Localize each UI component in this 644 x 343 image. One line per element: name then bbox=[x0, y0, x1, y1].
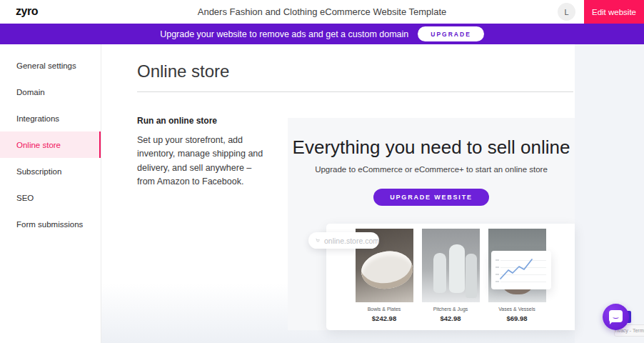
main-content: Online store Run an online store Set up … bbox=[101, 44, 575, 343]
upgrade-website-button[interactable]: UPGRADE WEBSITE bbox=[373, 189, 489, 206]
product-name: Vases & Vessels bbox=[488, 307, 546, 312]
site-template-title: Anders Fashion and Clothing eCommerce We… bbox=[0, 0, 644, 24]
upgrade-banner: Upgrade your website to remove ads and g… bbox=[0, 24, 644, 44]
sidebar-item-label: Domain bbox=[16, 88, 45, 96]
edit-website-button[interactable]: Edit website bbox=[584, 0, 644, 24]
store-url-pill: online.store.com bbox=[308, 232, 379, 249]
info-column: Run an online store Set up your storefro… bbox=[137, 116, 264, 189]
product-price: $42.98 bbox=[422, 314, 480, 322]
info-heading: Run an online store bbox=[137, 116, 264, 126]
top-header: zyro Anders Fashion and Clothing eCommer… bbox=[0, 0, 644, 24]
sidebar-item-domain[interactable]: Domain bbox=[0, 79, 101, 105]
upsell-heading: Everything you need to sell online bbox=[288, 136, 575, 159]
sidebar-item-label: General settings bbox=[16, 61, 76, 70]
product-price: $69.98 bbox=[488, 314, 546, 322]
store-url-text: online.store.com bbox=[324, 237, 379, 245]
banner-upgrade-button[interactable]: UPGRADE bbox=[418, 26, 484, 41]
banner-message: Upgrade your website to remove ads and g… bbox=[160, 29, 408, 39]
product-price: $242.98 bbox=[356, 314, 413, 322]
upsell-subheading: Upgrade to eCommerce or eCommerce+ to st… bbox=[288, 165, 575, 174]
chat-smile-icon bbox=[609, 310, 623, 322]
sidebar-item-label: Online store bbox=[16, 141, 61, 149]
sidebar-item-seo[interactable]: SEO bbox=[0, 184, 101, 211]
page-title: Online store bbox=[137, 61, 229, 81]
upsell-panel: Everything you need to sell online Upgra… bbox=[288, 118, 575, 330]
product-image-jugs bbox=[422, 229, 480, 302]
chat-launcher-button[interactable] bbox=[603, 304, 629, 330]
sidebar-item-subscription[interactable]: Subscription bbox=[0, 158, 101, 184]
product-name: Bowls & Plates bbox=[356, 307, 413, 312]
sidebar-item-form-submissions[interactable]: Form submissions bbox=[0, 211, 101, 237]
settings-sidebar: General settings Domain Integrations Onl… bbox=[0, 44, 101, 343]
product-card: Pitchers & Jugs $42.98 bbox=[422, 229, 480, 322]
info-description: Set up your storefront, add inventory, m… bbox=[137, 134, 264, 189]
sidebar-item-label: Integrations bbox=[16, 114, 59, 123]
sales-line-chart bbox=[499, 256, 535, 283]
analytics-card bbox=[491, 251, 551, 289]
sidebar-item-label: SEO bbox=[16, 194, 34, 202]
sidebar-item-integrations[interactable]: Integrations bbox=[0, 105, 101, 131]
sidebar-item-online-store[interactable]: Online store bbox=[0, 131, 101, 158]
account-avatar[interactable]: L bbox=[558, 3, 575, 21]
title-divider bbox=[137, 91, 573, 92]
shopping-cart-icon bbox=[316, 236, 320, 245]
sidebar-item-label: Form submissions bbox=[16, 220, 83, 229]
sidebar-item-label: Subscription bbox=[16, 167, 61, 176]
sidebar-item-general-settings[interactable]: General settings bbox=[0, 52, 101, 79]
product-name: Pitchers & Jugs bbox=[422, 307, 480, 312]
